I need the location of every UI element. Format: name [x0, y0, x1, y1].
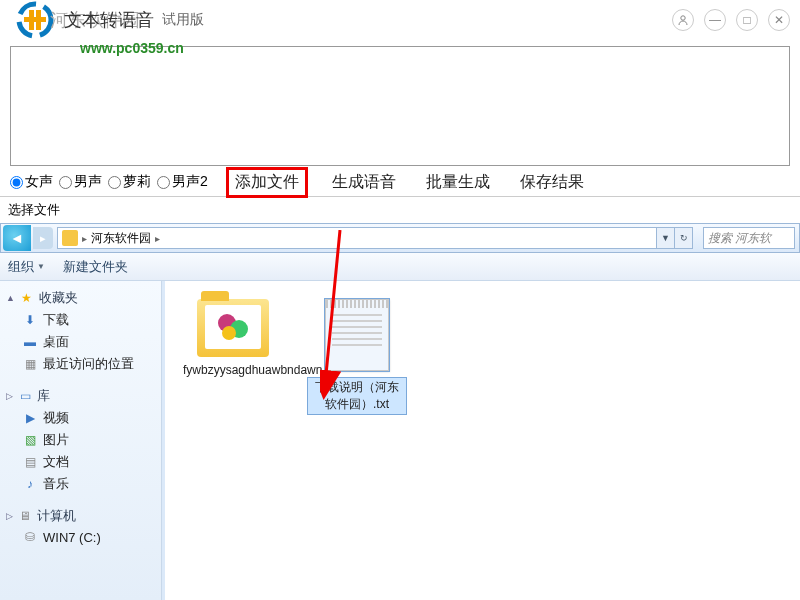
folder-item[interactable]: fywbzyysagdhuawbndawn — [183, 299, 283, 377]
voice-radio-group: 女声 男声 萝莉 男声2 — [10, 173, 208, 191]
sidebar-drive-c[interactable]: ⛁WIN7 (C:) — [0, 527, 161, 547]
sidebar-music[interactable]: ♪音乐 — [0, 473, 161, 495]
voice-male[interactable]: 男声 — [59, 173, 102, 191]
file-label: 下载说明（河东软件园）.txt — [307, 377, 407, 415]
user-icon[interactable] — [672, 9, 694, 31]
breadcrumb[interactable]: ▸ 河东软件园 ▸ — [57, 227, 657, 249]
sidebar-desktop[interactable]: ▬桌面 — [0, 331, 161, 353]
sidebar: ▲★收藏夹 ⬇下载 ▬桌面 ▦最近访问的位置 ▷▭库 ▶视频 ▧图片 ▤文档 ♪… — [0, 281, 162, 600]
music-icon: ♪ — [22, 476, 38, 492]
text-input-area[interactable] — [10, 46, 790, 166]
document-icon: ▤ — [22, 454, 38, 470]
chevron-right-icon: ▸ — [155, 233, 160, 244]
chevron-right-icon: ▸ — [82, 233, 87, 244]
breadcrumb-item[interactable]: 河东软件园 — [91, 230, 151, 247]
text-file-icon — [325, 299, 389, 371]
batch-generate-button[interactable]: 批量生成 — [420, 170, 496, 195]
sidebar-computer[interactable]: ▷🖥计算机 — [0, 505, 161, 527]
sidebar-recent[interactable]: ▦最近访问的位置 — [0, 353, 161, 375]
organize-menu[interactable]: 组织▼ — [8, 258, 45, 276]
sidebar-videos[interactable]: ▶视频 — [0, 407, 161, 429]
sidebar-favorites[interactable]: ▲★收藏夹 — [0, 287, 161, 309]
dialog-title: 选择文件 — [0, 196, 800, 223]
file-item-selected[interactable]: 下载说明（河东软件园）.txt — [307, 299, 407, 415]
nav-back-button[interactable]: ◄ — [3, 225, 31, 251]
folder-label: fywbzyysagdhuawbndawn — [183, 363, 283, 377]
voice-female[interactable]: 女声 — [10, 173, 53, 191]
nav-forward-button[interactable]: ▸ — [33, 227, 53, 249]
save-result-button[interactable]: 保存结果 — [514, 170, 590, 195]
computer-icon: 🖥 — [17, 508, 33, 524]
sidebar-documents[interactable]: ▤文档 — [0, 451, 161, 473]
svg-point-8 — [222, 326, 236, 340]
file-list[interactable]: fywbzyysagdhuawbndawn 下载说明（河东软件园）.txt — [165, 281, 800, 600]
close-button[interactable]: ✕ — [768, 9, 790, 31]
voice-male2[interactable]: 男声2 — [157, 173, 208, 191]
watermark-url: www.pc0359.cn — [80, 40, 184, 56]
refresh-button[interactable]: ↻ — [675, 227, 693, 249]
svg-point-4 — [681, 16, 685, 20]
breadcrumb-dropdown[interactable]: ▼ — [657, 227, 675, 249]
svg-rect-3 — [24, 17, 46, 22]
search-input[interactable]: 搜索 河东软 — [703, 227, 795, 249]
new-folder-button[interactable]: 新建文件夹 — [63, 258, 128, 276]
minimize-button[interactable]: — — [704, 9, 726, 31]
voice-loli[interactable]: 萝莉 — [108, 173, 151, 191]
picture-icon: ▧ — [22, 432, 38, 448]
sidebar-downloads[interactable]: ⬇下载 — [0, 309, 161, 331]
recent-icon: ▦ — [22, 356, 38, 372]
maximize-button[interactable]: □ — [736, 9, 758, 31]
chevron-down-icon: ▼ — [37, 262, 45, 271]
library-icon: ▭ — [17, 388, 33, 404]
app-title: 文本转语音 — [64, 8, 154, 32]
add-file-button[interactable]: 添加文件 — [226, 167, 308, 198]
folder-icon — [197, 299, 269, 357]
download-icon: ⬇ — [22, 312, 38, 328]
generate-audio-button[interactable]: 生成语音 — [326, 170, 402, 195]
trial-label: 试用版 — [162, 11, 204, 29]
video-icon: ▶ — [22, 410, 38, 426]
folder-icon — [62, 230, 78, 246]
star-icon: ★ — [19, 290, 35, 306]
disk-icon: ⛁ — [22, 529, 38, 545]
sidebar-pictures[interactable]: ▧图片 — [0, 429, 161, 451]
desktop-icon: ▬ — [22, 334, 38, 350]
sidebar-libraries[interactable]: ▷▭库 — [0, 385, 161, 407]
